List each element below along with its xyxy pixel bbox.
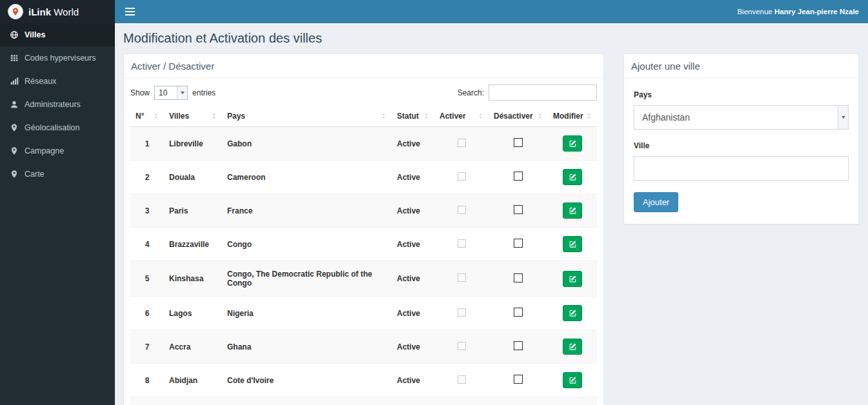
ville-cell: Accra: [164, 330, 222, 364]
sidebar-item-codes-hyperviseurs[interactable]: Codes hyperviseurs: [0, 46, 115, 70]
ville-cell: Abidjan: [164, 364, 222, 397]
ajouter-button[interactable]: Ajouter: [634, 192, 678, 212]
desactiver-checkbox[interactable]: [514, 205, 523, 214]
statut-cell: Active: [392, 194, 434, 228]
sidebar: Villes Codes hyperviseurs Réseaux Admini…: [0, 23, 115, 405]
sidebar-item-g-olocalisation[interactable]: Géolocalisation: [0, 116, 115, 139]
column-header-villes[interactable]: Villes: [164, 106, 222, 127]
column-header-modifier[interactable]: Modifier: [548, 106, 597, 127]
table-panel-title: Activer / Désactiver: [124, 54, 603, 79]
sidebar-item-label: Géolocalisation: [25, 123, 79, 132]
activer-checkbox: [458, 308, 466, 317]
desactiver-checkbox[interactable]: [514, 172, 523, 181]
row-number-cell: 1: [130, 127, 164, 161]
modifier-button[interactable]: [563, 271, 582, 287]
column-header-n-[interactable]: N°: [130, 106, 164, 127]
table-row: 4 Brazzaville Congo Active: [130, 228, 597, 261]
sidebar-menu: Villes Codes hyperviseurs Réseaux Admini…: [0, 23, 115, 186]
cities-table-panel: Activer / Désactiver Show 10 entries Sea…: [123, 54, 604, 405]
welcome-text: Bienvenue Hanry Jean-pierre Nzale: [737, 8, 868, 15]
sidebar-item-campagne[interactable]: Campagne: [0, 139, 115, 163]
activer-checkbox: [458, 375, 466, 384]
add-city-panel: Ajouter une ville Pays Afghanistan Ville…: [623, 54, 859, 224]
desactiver-checkbox[interactable]: [514, 273, 523, 282]
activer-checkbox: [458, 206, 466, 214]
sidebar-item-carte[interactable]: Carte: [0, 163, 115, 186]
ville-input[interactable]: [634, 156, 849, 181]
row-number-cell: 7: [130, 330, 164, 364]
table-row: 9 Dakar Senegal Active: [130, 397, 597, 405]
row-number-cell: 6: [130, 297, 164, 330]
pays-cell: Senegal: [222, 397, 392, 405]
sort-icon: [537, 112, 543, 120]
modifier-button[interactable]: [563, 202, 582, 219]
entries-label: entries: [192, 88, 216, 97]
table-body: 1 Libreville Gabon Active 2 Douala Camer…: [130, 127, 597, 405]
sidebar-toggle-button[interactable]: [115, 0, 145, 23]
chevron-down-icon: [177, 86, 187, 99]
pays-cell: Cote d'Ivoire: [222, 364, 392, 397]
desactiver-checkbox[interactable]: [514, 341, 523, 350]
row-number-cell: 9: [130, 397, 164, 405]
pays-cell: France: [222, 194, 392, 228]
edit-icon: [569, 309, 577, 317]
ville-cell: Lagos: [164, 297, 222, 330]
table-row: 1 Libreville Gabon Active: [130, 127, 597, 161]
pays-cell: Ghana: [222, 330, 392, 364]
pays-cell: Nigeria: [222, 297, 392, 330]
map-marker-icon: [10, 170, 19, 179]
ville-cell: Libreville: [164, 127, 222, 161]
sort-icon: [423, 112, 429, 120]
ville-cell: Douala: [164, 161, 222, 194]
user-icon: [10, 100, 19, 109]
column-header-pays[interactable]: Pays: [222, 106, 392, 127]
sidebar-item-r-seaux[interactable]: Réseaux: [0, 70, 115, 93]
show-label: Show: [130, 88, 150, 97]
brand-area[interactable]: iLink World: [0, 0, 115, 23]
sidebar-item-label: Réseaux: [25, 77, 56, 86]
column-header-activer[interactable]: Activer: [434, 106, 489, 127]
pays-cell: Cameroon: [222, 161, 392, 194]
page-length-select[interactable]: 10: [154, 86, 188, 100]
edit-icon: [569, 342, 577, 351]
sort-icon: [153, 112, 159, 120]
search-control: Search:: [458, 84, 597, 101]
modifier-button[interactable]: [563, 169, 582, 185]
desactiver-checkbox[interactable]: [514, 308, 523, 317]
activer-checkbox: [458, 239, 466, 248]
topbar: iLink World Bienvenue Hanry Jean-pierre …: [0, 0, 868, 23]
pays-select[interactable]: Afghanistan: [634, 105, 849, 130]
search-input[interactable]: [489, 84, 597, 101]
datatable-controls: Show 10 entries Search:: [124, 79, 603, 106]
sidebar-item-administrateurs[interactable]: Administrateurs: [0, 93, 115, 116]
modifier-button[interactable]: [563, 135, 582, 152]
edit-icon: [569, 206, 577, 215]
statut-cell: Active: [392, 161, 434, 194]
desactiver-checkbox[interactable]: [514, 138, 523, 147]
sidebar-item-label: Campagne: [25, 146, 64, 155]
modifier-button[interactable]: [563, 339, 582, 355]
desactiver-checkbox[interactable]: [514, 375, 523, 384]
activer-checkbox: [458, 342, 466, 350]
sort-icon: [381, 112, 387, 120]
column-header-d-sactiver[interactable]: Désactiver: [489, 106, 548, 127]
modifier-button[interactable]: [563, 305, 582, 321]
activer-checkbox: [458, 139, 466, 147]
bar-chart-icon: [10, 77, 19, 86]
map-marker-icon: [10, 146, 19, 155]
sort-icon: [211, 112, 217, 120]
chevron-down-icon: [838, 106, 848, 129]
grid-icon: [10, 54, 19, 63]
hamburger-icon: [125, 8, 135, 9]
brand-title: iLink World: [28, 6, 79, 17]
row-number-cell: 3: [130, 194, 164, 228]
edit-icon: [569, 376, 577, 384]
activer-checkbox: [458, 273, 466, 282]
desactiver-checkbox[interactable]: [514, 239, 523, 248]
pays-cell: Gabon: [222, 127, 392, 161]
column-header-statut[interactable]: Statut: [392, 106, 434, 127]
modifier-button[interactable]: [563, 236, 582, 252]
modifier-button[interactable]: [563, 372, 582, 388]
row-number-cell: 2: [130, 161, 164, 194]
sidebar-item-villes[interactable]: Villes: [0, 23, 115, 46]
